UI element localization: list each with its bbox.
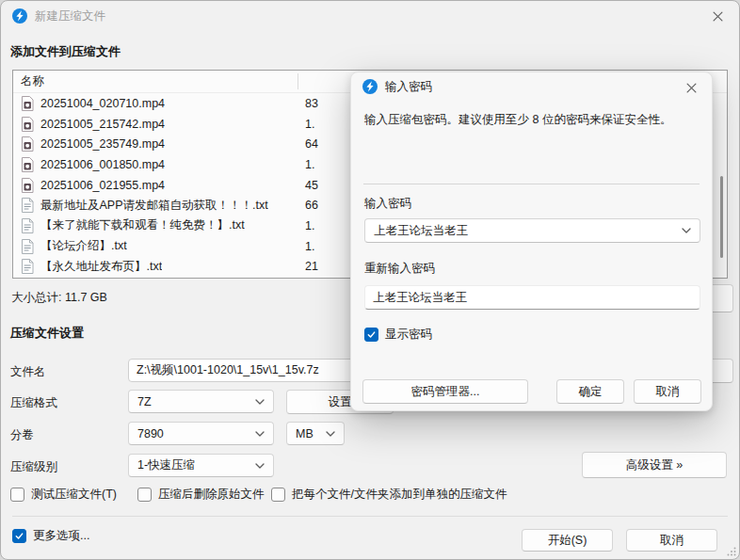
chevron-down-icon: [255, 463, 265, 469]
advanced-settings-label: 高级设置 »: [626, 457, 683, 473]
advanced-settings-button[interactable]: 高级设置 »: [582, 452, 727, 478]
text-file-icon: [21, 259, 34, 274]
close-icon: [713, 11, 723, 22]
main-titlebar: 新建压缩文件: [1, 1, 739, 31]
archive-settings-heading: 压缩文件设置: [10, 325, 84, 342]
format-label: 压缩格式: [10, 395, 57, 411]
dialog-divider: [363, 184, 700, 184]
reenter-password-input[interactable]: 上老王论坛当老王: [364, 285, 700, 310]
format-settings-label: 设置: [329, 394, 352, 410]
password-manager-button[interactable]: 密码管理器...: [362, 379, 528, 404]
check-icon: [14, 531, 24, 541]
password-manager-label: 密码管理器...: [411, 384, 480, 400]
level-value: 1-快速压缩: [137, 457, 195, 473]
filename-label: 文件名: [10, 364, 46, 380]
checkbox-unchecked: [271, 488, 285, 502]
volume-combobox[interactable]: 7890: [128, 422, 274, 445]
more-options-checkbox[interactable]: 更多选项...: [12, 528, 89, 544]
password-value: 上老王论坛当老王: [374, 223, 468, 239]
video-file-icon: [21, 117, 34, 132]
level-label: 压缩级别: [10, 459, 57, 475]
password-combobox[interactable]: 上老王论坛当老王: [364, 218, 700, 243]
file-name: 最新地址及APP请发邮箱自动获取！！！.txt: [40, 198, 268, 214]
format-dropdown[interactable]: 7Z: [128, 390, 274, 413]
window-title: 新建压缩文件: [35, 8, 105, 24]
dialog-title: 输入密码: [385, 79, 432, 95]
app-icon: [362, 79, 378, 94]
file-name: 【来了就能下载和观看！纯免费！】.txt: [40, 217, 245, 233]
file-size: 1.: [305, 219, 314, 232]
file-size: 45: [305, 179, 318, 192]
video-file-icon: [21, 96, 34, 111]
file-name: 【永久地址发布页】.txt: [40, 259, 162, 275]
file-size: 1.: [305, 240, 314, 253]
video-file-icon: [21, 136, 34, 152]
checkbox-unchecked: [10, 488, 24, 502]
reenter-password-label: 重新输入密码: [364, 261, 435, 277]
file-size: 21: [305, 260, 318, 273]
separate-archives-label: 把每个文件/文件夹添加到单独的压缩文件: [292, 487, 507, 503]
file-size: 64: [305, 137, 318, 151]
check-icon: [366, 329, 377, 340]
volume-unit-value: MB: [296, 427, 314, 440]
dialog-titlebar: 输入密码: [351, 72, 712, 101]
chevron-down-icon: [682, 228, 691, 233]
start-button-label: 开始(S): [548, 533, 587, 549]
list-scrollbar[interactable]: [720, 176, 723, 258]
name-column-header[interactable]: 名称: [13, 73, 44, 89]
resize-grip-icon[interactable]: [727, 547, 736, 556]
column-divider[interactable]: [298, 73, 298, 89]
dialog-cancel-label: 取消: [656, 384, 680, 400]
enter-password-label: 输入密码: [364, 196, 411, 212]
show-password-checkbox[interactable]: 显示密码: [364, 327, 432, 343]
cancel-button-label: 取消: [660, 533, 684, 549]
main-close-button[interactable]: [696, 1, 739, 31]
file-name: 【论坛介绍】.txt: [40, 238, 127, 254]
cancel-button[interactable]: 取消: [626, 529, 717, 552]
level-dropdown[interactable]: 1-快速压缩: [128, 454, 274, 477]
dialog-cancel-button[interactable]: 取消: [634, 379, 701, 404]
volume-label: 分卷: [10, 427, 34, 443]
test-archive-label: 测试压缩文件(T): [31, 487, 117, 503]
file-name: 20251004_020710.mp4: [40, 97, 165, 110]
ok-button[interactable]: 确定: [556, 379, 624, 404]
more-options-label: 更多选项...: [33, 528, 89, 544]
file-name: 20251005_235749.mp4: [40, 137, 165, 151]
volume-unit-dropdown[interactable]: MB: [286, 422, 345, 445]
test-archive-checkbox[interactable]: 测试压缩文件(T): [10, 487, 117, 503]
screen: 新建压缩文件 添加文件到压缩文件 名称 20251004_020710.mp4 …: [0, 0, 740, 560]
chevron-down-icon: [255, 399, 265, 405]
separate-archives-checkbox[interactable]: 把每个文件/文件夹添加到单独的压缩文件: [271, 487, 507, 503]
text-file-icon: [21, 198, 34, 213]
volume-value: 7890: [137, 427, 164, 440]
chevron-down-icon: [255, 431, 265, 437]
show-password-label: 显示密码: [385, 327, 432, 343]
checkbox-checked: [12, 529, 26, 543]
dialog-description: 输入压缩包密码。建议使用至少 8 位的密码来保证安全性。: [364, 111, 700, 129]
ok-button-label: 确定: [579, 384, 603, 400]
video-file-icon: [21, 157, 34, 172]
delete-original-checkbox[interactable]: 压缩后删除原始文件: [137, 487, 265, 503]
total-size-label: 大小总计: 11.7 GB: [11, 290, 107, 306]
dialog-close-button[interactable]: [672, 74, 710, 101]
file-size: 83: [305, 97, 318, 110]
checkbox-unchecked: [137, 488, 152, 502]
file-size: 1.: [305, 118, 314, 131]
password-dialog: 输入密码 输入压缩包密码。建议使用至少 8 位的密码来保证安全性。 输入密码 上…: [350, 72, 713, 411]
add-files-section-title: 添加文件到压缩文件: [10, 43, 121, 60]
video-file-icon: [21, 178, 34, 193]
close-icon: [686, 83, 697, 93]
checkbox-checked: [364, 328, 378, 342]
format-value: 7Z: [137, 395, 152, 408]
file-size: 66: [305, 199, 318, 212]
file-size: 1.: [305, 158, 314, 171]
text-file-icon: [21, 218, 34, 233]
file-name: 20251006_021955.mp4: [40, 179, 165, 192]
file-name: 20251005_215742.mp4: [40, 118, 165, 131]
file-name: 20251006_001850.mp4: [40, 158, 165, 171]
text-file-icon: [21, 239, 34, 254]
footer-divider: [12, 516, 728, 517]
delete-original-label: 压缩后删除原始文件: [158, 487, 265, 503]
chevron-down-icon: [326, 431, 335, 437]
start-button[interactable]: 开始(S): [522, 529, 613, 552]
